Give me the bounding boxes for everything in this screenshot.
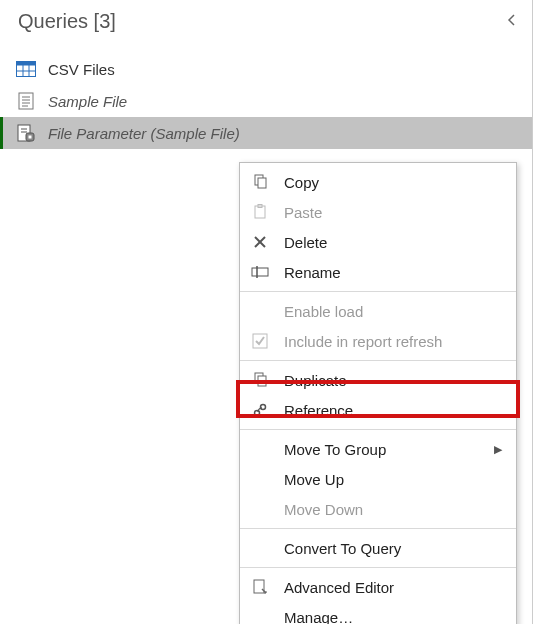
delete-icon [250,232,270,252]
submenu-arrow-icon: ▶ [494,443,502,456]
duplicate-icon [250,370,270,390]
query-label: File Parameter (Sample File) [48,125,240,142]
advanced-editor-icon [250,577,270,597]
menu-convert-to-query[interactable]: Convert To Query [240,533,516,563]
menu-separator [240,567,516,568]
menu-rename[interactable]: Rename [240,257,516,287]
panel-header: Queries [3] [0,0,532,47]
menu-label: Convert To Query [284,540,401,557]
menu-label: Enable load [284,303,363,320]
menu-separator [240,429,516,430]
menu-label: Include in report refresh [284,333,442,350]
blank-icon [250,607,270,624]
blank-icon [250,439,270,459]
menu-advanced-editor[interactable]: Advanced Editor [240,572,516,602]
menu-separator [240,291,516,292]
query-label: CSV Files [48,61,115,78]
menu-label: Rename [284,264,341,281]
queries-list: CSV Files Sample File [0,47,532,149]
context-menu: Copy Paste Delete Rename Enable load Inc… [239,162,517,624]
menu-include-refresh: Include in report refresh [240,326,516,356]
menu-label: Copy [284,174,319,191]
menu-move-to-group[interactable]: Move To Group ▶ [240,434,516,464]
menu-label: Manage… [284,609,353,625]
svg-rect-14 [29,136,32,139]
menu-enable-load: Enable load [240,296,516,326]
rename-icon [250,262,270,282]
menu-delete[interactable]: Delete [240,227,516,257]
checkbox-checked-icon [250,331,270,351]
collapse-chevron-icon[interactable] [506,13,518,31]
menu-separator [240,528,516,529]
menu-label: Advanced Editor [284,579,394,596]
reference-icon [250,400,270,420]
query-label: Sample File [48,93,127,110]
svg-rect-16 [258,178,266,188]
menu-label: Move To Group [284,441,386,458]
query-item-csv-files[interactable]: CSV Files [0,53,532,85]
svg-point-27 [261,405,266,410]
svg-rect-5 [19,93,33,109]
menu-reference[interactable]: Reference [240,395,516,425]
svg-point-26 [255,411,260,416]
menu-label: Reference [284,402,353,419]
svg-rect-28 [254,580,264,593]
menu-label: Move Down [284,501,363,518]
menu-duplicate[interactable]: Duplicate [240,365,516,395]
menu-move-up[interactable]: Move Up [240,464,516,494]
copy-icon [250,172,270,192]
svg-rect-18 [258,205,262,208]
menu-separator [240,360,516,361]
svg-rect-25 [258,376,266,386]
menu-paste: Paste [240,197,516,227]
blank-icon [250,301,270,321]
menu-label: Duplicate [284,372,347,389]
menu-label: Paste [284,204,322,221]
query-item-file-parameter[interactable]: File Parameter (Sample File) [0,117,532,149]
svg-rect-21 [252,268,268,276]
blank-icon [250,499,270,519]
parameter-icon [16,124,36,142]
panel-title: Queries [3] [18,10,116,33]
menu-copy[interactable]: Copy [240,167,516,197]
menu-label: Move Up [284,471,344,488]
query-item-sample-file[interactable]: Sample File [0,85,532,117]
svg-rect-1 [17,62,36,66]
document-icon [16,92,36,110]
paste-icon [250,202,270,222]
blank-icon [250,469,270,489]
menu-manage[interactable]: Manage… [240,602,516,624]
menu-move-down: Move Down [240,494,516,524]
menu-label: Delete [284,234,327,251]
blank-icon [250,538,270,558]
table-icon [16,60,36,78]
